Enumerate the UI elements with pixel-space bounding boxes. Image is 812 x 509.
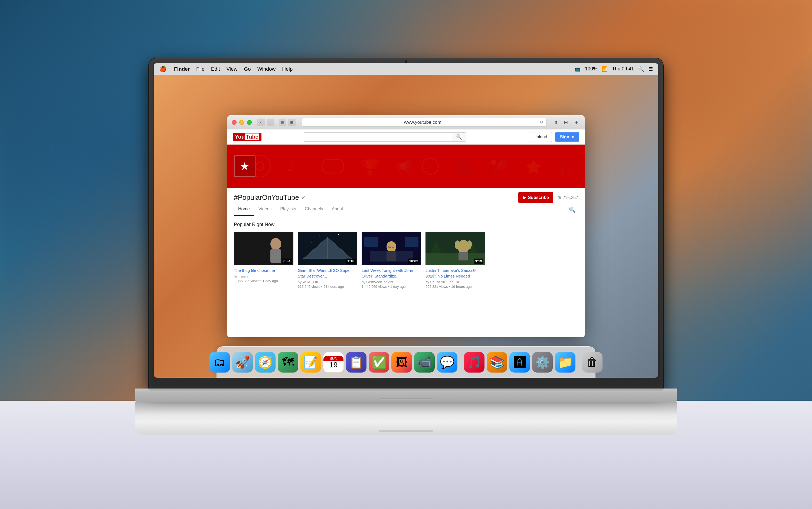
tab-home[interactable]: Home xyxy=(234,203,254,216)
dock-notes[interactable]: 📝 xyxy=(301,352,321,373)
svg-rect-26 xyxy=(387,251,396,261)
dock-calendar[interactable]: SUN 19 xyxy=(323,352,344,373)
youtube-logo[interactable]: YouTube xyxy=(233,133,261,141)
channel-right: ▶ Subscribe 29,215,257 xyxy=(518,192,578,203)
dock-trash[interactable]: 🗑 xyxy=(582,352,602,373)
svg-text:⭐: ⭐ xyxy=(525,159,542,175)
reload-icon[interactable]: ↻ xyxy=(540,120,543,125)
tab-channels[interactable]: Channels xyxy=(301,203,327,216)
video-thumbnail-2[interactable]: 1:18 xyxy=(298,232,357,265)
menubar-view[interactable]: View xyxy=(226,66,237,72)
browser-window: ‹ › ▤ ⊞ www.youtube.com ↻ ⬆ xyxy=(227,115,585,337)
video-title-3[interactable]: Last Week Tonight with John Oliver: Stan… xyxy=(362,268,421,279)
browser-nav: ‹ › xyxy=(257,118,275,126)
url-text: www.youtube.com xyxy=(306,120,540,125)
dock-reminders[interactable]: ✅ xyxy=(369,352,389,373)
dock-safari[interactable]: 🧭 xyxy=(255,352,276,373)
tab-view-button[interactable]: ⊞ xyxy=(288,118,295,126)
svg-text:📢: 📢 xyxy=(395,159,412,175)
menubar-go[interactable]: Go xyxy=(244,66,251,72)
avatar-star-icon: ★ xyxy=(240,160,250,172)
video-title-1[interactable]: The thug life chose me xyxy=(234,268,293,273)
close-button[interactable] xyxy=(232,120,237,125)
dock-system-preferences[interactable]: ⚙️ xyxy=(532,352,553,373)
svg-text:🎧: 🎧 xyxy=(558,159,575,175)
svg-point-18 xyxy=(306,237,306,237)
video-channel-4[interactable]: by Sauza 901 Tequila xyxy=(425,280,485,284)
menubar-edit[interactable]: Edit xyxy=(211,66,220,72)
banner-pattern-svg: ♪ 🏆 📢 🎥 xyxy=(227,144,585,188)
video-info-2: Giant Star Wars LEGO Super Star Destroye… xyxy=(298,265,357,292)
apple-menu[interactable]: 🍎 xyxy=(159,66,167,73)
video-card-4[interactable]: 3:19 Justin Timberlake's Sauza® 901®: No… xyxy=(425,232,485,292)
youtube-search-input[interactable] xyxy=(304,132,452,142)
youtube-search-button[interactable]: 🔍 xyxy=(452,132,466,142)
menubar-window[interactable]: Window xyxy=(257,66,276,72)
minimize-button[interactable] xyxy=(239,120,244,125)
youtube-menu-icon[interactable]: ≡ xyxy=(267,133,271,140)
popular-section: Popular Right Now xyxy=(227,216,585,297)
menubar-help[interactable]: Help xyxy=(282,66,292,72)
svg-text:♪: ♪ xyxy=(287,157,295,175)
video-thumbnail-1[interactable]: 0:34 xyxy=(234,232,293,265)
tab-videos[interactable]: Videos xyxy=(254,203,276,216)
video-card-2[interactable]: 1:18 Giant Star Wars LEGO Super Star Des… xyxy=(298,232,357,292)
share-button[interactable]: ⬆ xyxy=(552,118,560,126)
menubar-search-icon[interactable]: 🔍 xyxy=(638,66,644,72)
video-info-3: Last Week Tonight with John Oliver: Stan… xyxy=(362,265,421,292)
macbook-bottom xyxy=(135,402,677,435)
macbook-latch xyxy=(379,398,433,400)
maximize-button[interactable] xyxy=(247,120,252,125)
video-channel-3[interactable]: by LastWeekTonight xyxy=(362,280,421,284)
dock-facetime[interactable]: 📹 xyxy=(414,352,435,373)
menubar-right: 📺 100% 📶 Thu 09:41 🔍 ☰ xyxy=(575,66,653,72)
browser-actions: ⬆ ⊞ xyxy=(552,118,569,126)
tab-playlists[interactable]: Playlists xyxy=(276,203,301,216)
svg-point-6 xyxy=(422,158,438,174)
dock-launchpad[interactable]: 🚀 xyxy=(232,352,253,373)
verified-icon: ✔ xyxy=(301,195,305,201)
channel-avatar: ★ xyxy=(234,156,255,177)
dock-messages[interactable]: 💬 xyxy=(437,352,457,373)
upload-button[interactable]: Upload xyxy=(529,132,552,142)
macbook-trackpad[interactable] xyxy=(379,430,433,432)
video-title-2[interactable]: Giant Star Wars LEGO Super Star Destroye… xyxy=(298,268,357,279)
dock-maps[interactable]: 🗺 xyxy=(278,352,298,373)
menubar-finder[interactable]: Finder xyxy=(174,66,190,72)
video-card-1[interactable]: 0:34 The thug life chose me by hjjosh 1,… xyxy=(234,232,293,292)
video-channel-1[interactable]: by hjjosh xyxy=(234,274,293,278)
channel-name: #PopularOnYouTube xyxy=(234,193,299,202)
browser-titlebar: ‹ › ▤ ⊞ www.youtube.com ↻ ⬆ xyxy=(227,115,585,129)
video-duration-1: 0:34 xyxy=(282,259,292,264)
channel-banner: ♪ 🏆 📢 🎥 xyxy=(227,144,585,188)
forward-button[interactable]: › xyxy=(267,118,275,126)
dock-scripts[interactable]: 📋 xyxy=(346,352,366,373)
menubar-file[interactable]: File xyxy=(196,66,205,72)
dock-books[interactable]: 📚 xyxy=(487,352,507,373)
new-tab-button[interactable]: + xyxy=(573,118,580,126)
bookmark-button[interactable]: ⊞ xyxy=(562,118,569,126)
dock-appstore[interactable]: 🅰 xyxy=(509,352,530,373)
tab-about[interactable]: About xyxy=(327,203,348,216)
signin-button[interactable]: Sign in xyxy=(555,132,579,142)
tab-search-icon[interactable]: 🔍 xyxy=(566,204,578,215)
video-channel-2[interactable]: by WIRED ⊞ xyxy=(298,280,357,284)
subscribe-button[interactable]: ▶ Subscribe xyxy=(518,192,553,203)
back-button[interactable]: ‹ xyxy=(257,118,265,126)
video-title-4[interactable]: Justin Timberlake's Sauza® 901®: No Lime… xyxy=(425,268,485,279)
video-thumbnail-3[interactable]: 18:02 xyxy=(362,232,421,265)
svg-point-22 xyxy=(311,242,312,243)
video-card-3[interactable]: 18:02 Last Week Tonight with John Oliver… xyxy=(362,232,421,292)
video-duration-2: 1:18 xyxy=(346,259,356,264)
address-bar[interactable]: www.youtube.com ↻ xyxy=(302,118,547,127)
dock-airdrop[interactable]: 📁 xyxy=(555,352,575,373)
dock-music[interactable]: 🎵 xyxy=(464,352,485,373)
video-duration-3: 18:02 xyxy=(408,259,420,264)
svg-text:🏆: 🏆 xyxy=(360,158,380,177)
sidebar-toggle-button[interactable]: ▤ xyxy=(279,118,286,126)
menubar-settings-icon[interactable]: ☰ xyxy=(648,66,653,72)
section-title: Popular Right Now xyxy=(234,222,578,228)
dock-finder[interactable]: 🗂 xyxy=(210,352,230,373)
dock-photos[interactable]: 🖼 xyxy=(391,352,412,373)
video-thumbnail-4[interactable]: 3:19 xyxy=(425,232,485,265)
